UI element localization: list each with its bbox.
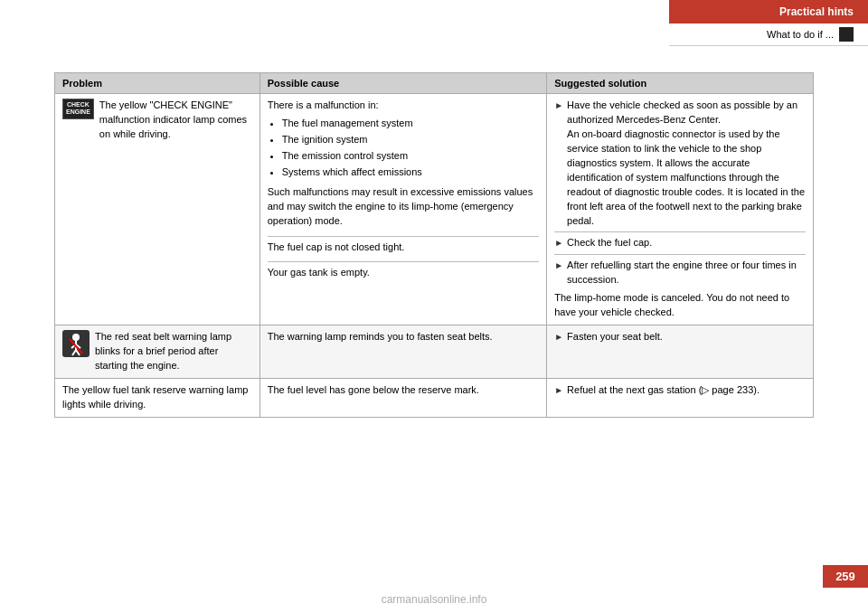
- seatbelt-icon: [62, 330, 90, 357]
- arrow-icon: ►: [554, 384, 563, 398]
- bullet-item: The fuel management system: [282, 117, 539, 131]
- subsection-title: What to do if ...: [669, 24, 868, 46]
- check-engine-icon: CHECKENGINE: [62, 99, 94, 119]
- solution-cell-2: ► Fasten your seat belt.: [547, 325, 814, 379]
- cause-extra-3: Your gas tank is empty.: [268, 261, 539, 280]
- problem-text-1: The yellow "CHECK ENGINE" malfunction in…: [99, 99, 252, 142]
- cause-cell-2: The warning lamp reminds you to fasten s…: [259, 325, 546, 379]
- problem-text-3: The yellow fuel tank reserve warning lam…: [62, 383, 252, 412]
- problem-cell-3: The yellow fuel tank reserve warning lam…: [55, 378, 260, 417]
- solution-text-2: Check the fuel cap.: [567, 236, 652, 250]
- problem-cell-2: The red seat belt warning lamp blinks fo…: [55, 325, 260, 379]
- problem-cell-1: CHECKENGINE The yellow "CHECK ENGINE" ma…: [55, 94, 260, 325]
- bullet-item: Systems which affect emissions: [282, 165, 539, 180]
- solution-arrow-item-2: ► Check the fuel cap.: [554, 236, 806, 250]
- cause-text-3: The fuel level has gone below the reserv…: [268, 383, 539, 398]
- svg-point-1: [72, 334, 80, 341]
- cause-extra-1: Such malfunctions may result in excessiv…: [268, 185, 539, 229]
- page-number: 259: [823, 565, 868, 588]
- watermark: carmanualsonline.info: [382, 593, 487, 606]
- info-table: Problem Possible cause Suggested solutio…: [54, 72, 814, 418]
- solution-2-container: ► Check the fuel cap.: [554, 231, 806, 250]
- bullet-item: The emission control system: [282, 149, 539, 164]
- solution-arrow-item-3: ► After refuelling start the engine thre…: [554, 259, 806, 288]
- cause-cell-3: The fuel level has gone below the reserv…: [259, 378, 546, 417]
- solution-cell-3: ► Refuel at the next gas station (▷ page…: [547, 378, 814, 417]
- solution-text-4: Fasten your seat belt.: [567, 330, 663, 344]
- arrow-icon: ►: [554, 331, 563, 344]
- solution-text-3b: The limp-home mode is canceled. You do n…: [554, 291, 806, 320]
- solution-3-container: ► After refuelling start the engine thre…: [554, 254, 806, 320]
- table-row: The red seat belt warning lamp blinks fo…: [55, 325, 814, 379]
- header-section: Practical hints What to do if ...: [669, 0, 868, 46]
- col-problem: Problem: [55, 73, 260, 94]
- col-cause: Possible cause: [259, 73, 546, 94]
- solution-arrow-item-5: ► Refuel at the next gas station (▷ page…: [554, 383, 806, 398]
- col-solution: Suggested solution: [547, 73, 814, 94]
- problem-text-2: The red seat belt warning lamp blinks fo…: [95, 330, 252, 373]
- solution-text-3: After refuelling start the engine three …: [567, 259, 806, 288]
- cause-bullets-1: The fuel management system The ignition …: [268, 117, 539, 180]
- arrow-icon: ►: [554, 99, 563, 113]
- arrow-icon: ►: [554, 237, 563, 250]
- main-content: Problem Possible cause Suggested solutio…: [54, 72, 814, 418]
- arrow-icon: ►: [554, 259, 563, 273]
- solution-cell-1: ► Have the vehicle checked as soon as po…: [547, 94, 814, 325]
- table-row: CHECKENGINE The yellow "CHECK ENGINE" ma…: [55, 94, 814, 325]
- cause-extra-2: The fuel cap is not closed tight.: [268, 236, 539, 255]
- solution-arrow-item-4: ► Fasten your seat belt.: [554, 330, 806, 344]
- solution-text-5: Refuel at the next gas station (▷ page 2…: [567, 383, 760, 398]
- table-row: The yellow fuel tank reserve warning lam…: [55, 378, 814, 417]
- solution-arrow-item-1: ► Have the vehicle checked as soon as po…: [554, 99, 806, 228]
- black-square-icon: [839, 27, 854, 42]
- cause-text-2: The warning lamp reminds you to fasten s…: [268, 330, 539, 344]
- solution-text-1: Have the vehicle checked as soon as poss…: [567, 99, 806, 228]
- bullet-item: The ignition system: [282, 133, 539, 147]
- cause-cell-1: There is a malfunction in: The fuel mana…: [259, 94, 546, 325]
- section-title: Practical hints: [669, 0, 868, 24]
- cause-intro-1: There is a malfunction in:: [268, 99, 539, 113]
